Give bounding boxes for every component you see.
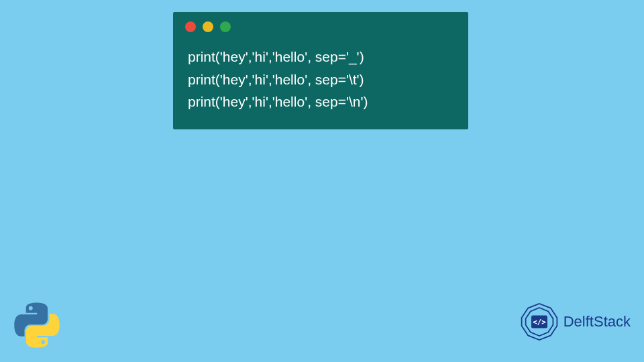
delftstack-badge-icon: </> — [519, 302, 559, 342]
minimize-dot-icon — [203, 21, 213, 32]
code-line: print('hey','hi','hello', sep='\n') — [188, 90, 453, 113]
code-body: print('hey','hi','hello', sep='_') print… — [173, 36, 468, 129]
code-line: print('hey','hi','hello', sep='\t') — [188, 68, 453, 91]
svg-text:</>: </> — [533, 318, 546, 326]
delftstack-logo: </> DelftStack — [519, 302, 631, 342]
delftstack-name: DelftStack — [564, 313, 631, 330]
code-line: print('hey','hi','hello', sep='_') — [188, 46, 453, 68]
code-window: print('hey','hi','hello', sep='_') print… — [173, 12, 468, 129]
window-titlebar — [173, 12, 468, 36]
maximize-dot-icon — [220, 21, 231, 32]
python-logo-icon — [13, 302, 60, 349]
close-dot-icon — [185, 21, 196, 32]
